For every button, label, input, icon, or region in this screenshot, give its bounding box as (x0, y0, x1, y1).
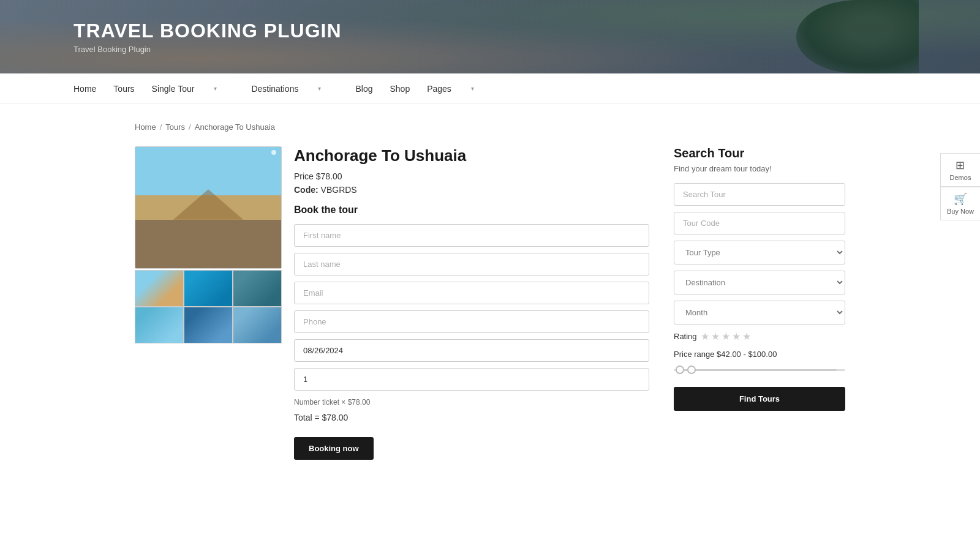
content-layout: Anchorage To Ushuaia Price $78.00 Code: … (135, 146, 845, 460)
search-panel: Search Tour Find your dream tour today! … (674, 146, 845, 411)
main-navigation: Home Tours Single Tour ▾ Destinations ▾ … (0, 73, 980, 104)
tour-gallery (135, 146, 282, 343)
price-range-label: Price range $42.00 - $100.00 (674, 350, 845, 359)
star-2[interactable]: ★ (711, 331, 720, 342)
nav-destinations[interactable]: Destinations ▾ (251, 84, 338, 94)
tour-info: Anchorage To Ushuaia Price $78.00 Code: … (294, 146, 649, 460)
slider-handle-left[interactable] (676, 365, 684, 374)
chevron-down-icon: ▾ (471, 85, 474, 92)
rating-label: Rating ★ ★ ★ ★ ★ (674, 331, 845, 342)
hero-section: TRAVEL BOOKING PLUGIN Travel Booking Plu… (0, 0, 980, 73)
nav-blog[interactable]: Blog (355, 84, 372, 94)
phone-input[interactable] (294, 310, 649, 333)
chevron-down-icon: ▾ (214, 85, 217, 92)
gallery-thumb-6[interactable] (233, 307, 282, 343)
main-content: Home / Tours / Anchorage To Ushuaia (123, 104, 858, 497)
breadcrumb-home[interactable]: Home (135, 122, 156, 132)
tour-type-select[interactable]: Tour Type Adventure Cultural Wildlife Be… (674, 241, 845, 264)
nav-pages[interactable]: Pages ▾ (427, 84, 491, 94)
tour-detail-section: Anchorage To Ushuaia Price $78.00 Code: … (135, 146, 649, 460)
gallery-thumb-1[interactable] (135, 270, 184, 307)
hero-plant-decoration (796, 0, 919, 73)
booking-form: Number ticket × $78.00 Total = $78.00 Bo… (294, 224, 649, 460)
tour-price: Price $78.00 (294, 171, 649, 181)
search-panel-title: Search Tour (674, 146, 845, 160)
buy-now-widget[interactable]: 🛒 Buy Now (940, 187, 980, 220)
slider-handle-right[interactable] (687, 365, 696, 374)
hero-content: TRAVEL BOOKING PLUGIN Travel Booking Plu… (74, 20, 342, 54)
star-4[interactable]: ★ (732, 331, 741, 342)
ticket-count-input[interactable] (294, 368, 649, 391)
destination-select[interactable]: Destination Alaska South America Europe … (674, 271, 845, 294)
nav-shop[interactable]: Shop (390, 84, 410, 94)
price-range-slider[interactable] (674, 364, 845, 376)
tour-code-value: VBGRDS (321, 185, 357, 195)
star-3[interactable]: ★ (722, 331, 730, 342)
ticket-info: Number ticket × $78.00 (294, 398, 649, 407)
month-select[interactable]: Month JanuaryFebruaryMarch AprilMayJune … (674, 301, 845, 324)
tour-code-input[interactable] (674, 212, 845, 234)
tour-code-label: Code: (294, 185, 318, 195)
hero-subtitle: Travel Booking Plugin (74, 45, 342, 54)
slider-fill (682, 369, 837, 371)
breadcrumb: Home / Tours / Anchorage To Ushuaia (135, 122, 845, 132)
gallery-thumb-5[interactable] (184, 307, 233, 343)
gallery-thumbnails (135, 270, 282, 343)
main-tour-image (135, 147, 281, 268)
star-rating[interactable]: ★ ★ ★ ★ ★ (701, 331, 751, 342)
gallery-thumb-3[interactable] (233, 270, 282, 307)
tour-booking-layout: Anchorage To Ushuaia Price $78.00 Code: … (135, 146, 649, 460)
search-panel-subtitle: Find your dream tour today! (674, 164, 845, 173)
date-input[interactable] (294, 339, 649, 362)
nav-single-tour[interactable]: Single Tour ▾ (152, 84, 235, 94)
star-5[interactable]: ★ (742, 331, 751, 342)
booking-now-button[interactable]: Booking now (294, 437, 374, 460)
gallery-main-image[interactable] (135, 146, 282, 269)
email-input[interactable] (294, 282, 649, 304)
search-tour-input[interactable] (674, 183, 845, 206)
layers-icon: ⊞ (956, 159, 965, 172)
cart-icon: 🛒 (954, 192, 967, 206)
breadcrumb-tours[interactable]: Tours (165, 122, 185, 132)
breadcrumb-current: Anchorage To Ushuaia (195, 122, 275, 132)
slider-track (674, 369, 845, 371)
find-tours-button[interactable]: Find Tours (674, 387, 845, 411)
star-1[interactable]: ★ (701, 331, 709, 342)
gallery-thumb-2[interactable] (184, 270, 233, 307)
last-name-input[interactable] (294, 253, 649, 276)
total-info: Total = $78.00 (294, 413, 649, 422)
demos-widget[interactable]: ⊞ Demos (940, 153, 980, 187)
tour-code: Code: VBGRDS (294, 185, 649, 195)
breadcrumb-separator: / (160, 122, 162, 132)
breadcrumb-separator: / (189, 122, 191, 132)
gallery-thumb-4[interactable] (135, 307, 184, 343)
tour-title: Anchorage To Ushuaia (294, 146, 649, 165)
first-name-input[interactable] (294, 224, 649, 247)
chevron-down-icon: ▾ (318, 85, 321, 92)
nav-tours[interactable]: Tours (113, 84, 134, 94)
book-tour-title: Book the tour (294, 204, 649, 216)
hero-title: TRAVEL BOOKING PLUGIN (74, 20, 342, 42)
side-widgets: ⊞ Demos 🛒 Buy Now (940, 153, 980, 220)
nav-home[interactable]: Home (74, 84, 96, 94)
